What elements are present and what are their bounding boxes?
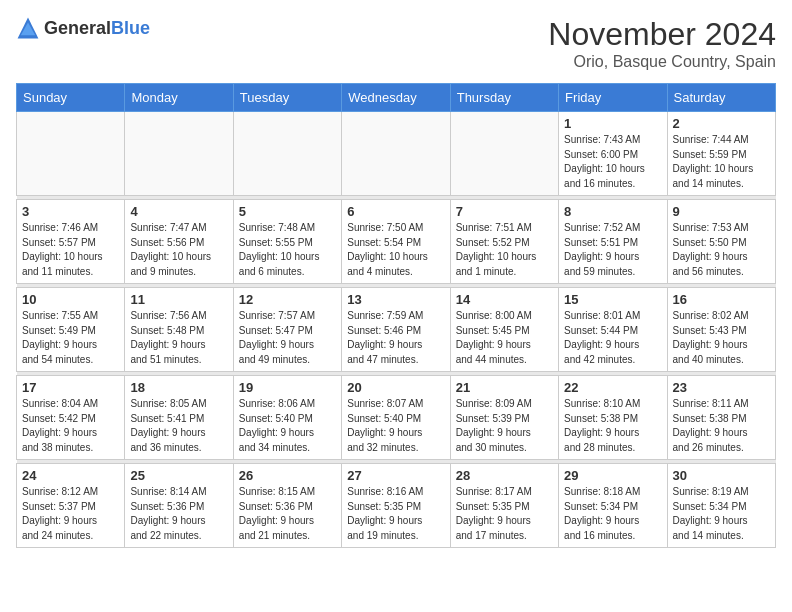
day-number: 25 xyxy=(130,468,227,483)
day-info: Sunrise: 8:11 AM Sunset: 5:38 PM Dayligh… xyxy=(673,397,770,455)
day-info: Sunrise: 7:57 AM Sunset: 5:47 PM Dayligh… xyxy=(239,309,336,367)
calendar-day-cell: 4Sunrise: 7:47 AM Sunset: 5:56 PM Daylig… xyxy=(125,200,233,284)
calendar-day-cell: 30Sunrise: 8:19 AM Sunset: 5:34 PM Dayli… xyxy=(667,464,775,548)
day-info: Sunrise: 7:59 AM Sunset: 5:46 PM Dayligh… xyxy=(347,309,444,367)
day-info: Sunrise: 7:51 AM Sunset: 5:52 PM Dayligh… xyxy=(456,221,553,279)
day-info: Sunrise: 7:43 AM Sunset: 6:00 PM Dayligh… xyxy=(564,133,661,191)
day-number: 26 xyxy=(239,468,336,483)
calendar-header-thursday: Thursday xyxy=(450,84,558,112)
calendar-header-tuesday: Tuesday xyxy=(233,84,341,112)
calendar-day-cell xyxy=(17,112,125,196)
day-info: Sunrise: 7:53 AM Sunset: 5:50 PM Dayligh… xyxy=(673,221,770,279)
day-info: Sunrise: 7:50 AM Sunset: 5:54 PM Dayligh… xyxy=(347,221,444,279)
day-number: 1 xyxy=(564,116,661,131)
day-info: Sunrise: 8:05 AM Sunset: 5:41 PM Dayligh… xyxy=(130,397,227,455)
calendar-day-cell: 22Sunrise: 8:10 AM Sunset: 5:38 PM Dayli… xyxy=(559,376,667,460)
calendar-day-cell: 14Sunrise: 8:00 AM Sunset: 5:45 PM Dayli… xyxy=(450,288,558,372)
calendar-header-monday: Monday xyxy=(125,84,233,112)
calendar-table: SundayMondayTuesdayWednesdayThursdayFrid… xyxy=(16,83,776,548)
calendar-day-cell: 25Sunrise: 8:14 AM Sunset: 5:36 PM Dayli… xyxy=(125,464,233,548)
day-number: 6 xyxy=(347,204,444,219)
calendar-day-cell xyxy=(233,112,341,196)
calendar-day-cell: 13Sunrise: 7:59 AM Sunset: 5:46 PM Dayli… xyxy=(342,288,450,372)
calendar-day-cell: 15Sunrise: 8:01 AM Sunset: 5:44 PM Dayli… xyxy=(559,288,667,372)
calendar-day-cell: 10Sunrise: 7:55 AM Sunset: 5:49 PM Dayli… xyxy=(17,288,125,372)
calendar-week-row: 1Sunrise: 7:43 AM Sunset: 6:00 PM Daylig… xyxy=(17,112,776,196)
day-number: 28 xyxy=(456,468,553,483)
calendar-day-cell: 7Sunrise: 7:51 AM Sunset: 5:52 PM Daylig… xyxy=(450,200,558,284)
day-number: 20 xyxy=(347,380,444,395)
header: GeneralBlue November 2024 Orio, Basque C… xyxy=(16,16,776,71)
day-number: 16 xyxy=(673,292,770,307)
day-number: 8 xyxy=(564,204,661,219)
day-info: Sunrise: 8:17 AM Sunset: 5:35 PM Dayligh… xyxy=(456,485,553,543)
calendar-day-cell: 12Sunrise: 7:57 AM Sunset: 5:47 PM Dayli… xyxy=(233,288,341,372)
day-info: Sunrise: 8:09 AM Sunset: 5:39 PM Dayligh… xyxy=(456,397,553,455)
logo-general-text: General xyxy=(44,18,111,38)
day-number: 30 xyxy=(673,468,770,483)
day-number: 12 xyxy=(239,292,336,307)
title-area: November 2024 Orio, Basque Country, Spai… xyxy=(548,16,776,71)
day-number: 13 xyxy=(347,292,444,307)
day-number: 2 xyxy=(673,116,770,131)
calendar-header-friday: Friday xyxy=(559,84,667,112)
day-info: Sunrise: 8:02 AM Sunset: 5:43 PM Dayligh… xyxy=(673,309,770,367)
day-number: 29 xyxy=(564,468,661,483)
logo-blue-text: Blue xyxy=(111,18,150,38)
day-info: Sunrise: 8:06 AM Sunset: 5:40 PM Dayligh… xyxy=(239,397,336,455)
day-number: 14 xyxy=(456,292,553,307)
day-number: 3 xyxy=(22,204,119,219)
day-info: Sunrise: 7:46 AM Sunset: 5:57 PM Dayligh… xyxy=(22,221,119,279)
calendar-week-row: 10Sunrise: 7:55 AM Sunset: 5:49 PM Dayli… xyxy=(17,288,776,372)
day-number: 9 xyxy=(673,204,770,219)
day-info: Sunrise: 8:16 AM Sunset: 5:35 PM Dayligh… xyxy=(347,485,444,543)
day-info: Sunrise: 8:18 AM Sunset: 5:34 PM Dayligh… xyxy=(564,485,661,543)
day-number: 21 xyxy=(456,380,553,395)
day-number: 17 xyxy=(22,380,119,395)
calendar-header-row: SundayMondayTuesdayWednesdayThursdayFrid… xyxy=(17,84,776,112)
day-number: 10 xyxy=(22,292,119,307)
day-number: 15 xyxy=(564,292,661,307)
day-info: Sunrise: 8:15 AM Sunset: 5:36 PM Dayligh… xyxy=(239,485,336,543)
calendar-week-row: 17Sunrise: 8:04 AM Sunset: 5:42 PM Dayli… xyxy=(17,376,776,460)
calendar-day-cell: 19Sunrise: 8:06 AM Sunset: 5:40 PM Dayli… xyxy=(233,376,341,460)
calendar-day-cell: 21Sunrise: 8:09 AM Sunset: 5:39 PM Dayli… xyxy=(450,376,558,460)
day-number: 11 xyxy=(130,292,227,307)
day-number: 22 xyxy=(564,380,661,395)
day-number: 18 xyxy=(130,380,227,395)
calendar-day-cell: 1Sunrise: 7:43 AM Sunset: 6:00 PM Daylig… xyxy=(559,112,667,196)
calendar-day-cell: 24Sunrise: 8:12 AM Sunset: 5:37 PM Dayli… xyxy=(17,464,125,548)
calendar-day-cell: 26Sunrise: 8:15 AM Sunset: 5:36 PM Dayli… xyxy=(233,464,341,548)
calendar-day-cell: 27Sunrise: 8:16 AM Sunset: 5:35 PM Dayli… xyxy=(342,464,450,548)
calendar-day-cell xyxy=(125,112,233,196)
calendar-header-saturday: Saturday xyxy=(667,84,775,112)
calendar-day-cell: 6Sunrise: 7:50 AM Sunset: 5:54 PM Daylig… xyxy=(342,200,450,284)
logo: GeneralBlue xyxy=(16,16,150,40)
calendar-day-cell: 20Sunrise: 8:07 AM Sunset: 5:40 PM Dayli… xyxy=(342,376,450,460)
calendar-day-cell: 5Sunrise: 7:48 AM Sunset: 5:55 PM Daylig… xyxy=(233,200,341,284)
calendar-day-cell: 23Sunrise: 8:11 AM Sunset: 5:38 PM Dayli… xyxy=(667,376,775,460)
day-number: 24 xyxy=(22,468,119,483)
calendar-day-cell: 11Sunrise: 7:56 AM Sunset: 5:48 PM Dayli… xyxy=(125,288,233,372)
day-info: Sunrise: 7:44 AM Sunset: 5:59 PM Dayligh… xyxy=(673,133,770,191)
day-info: Sunrise: 7:56 AM Sunset: 5:48 PM Dayligh… xyxy=(130,309,227,367)
day-number: 7 xyxy=(456,204,553,219)
day-info: Sunrise: 8:12 AM Sunset: 5:37 PM Dayligh… xyxy=(22,485,119,543)
day-info: Sunrise: 7:47 AM Sunset: 5:56 PM Dayligh… xyxy=(130,221,227,279)
calendar-day-cell: 29Sunrise: 8:18 AM Sunset: 5:34 PM Dayli… xyxy=(559,464,667,548)
day-number: 23 xyxy=(673,380,770,395)
calendar-header-sunday: Sunday xyxy=(17,84,125,112)
calendar-week-row: 24Sunrise: 8:12 AM Sunset: 5:37 PM Dayli… xyxy=(17,464,776,548)
day-number: 5 xyxy=(239,204,336,219)
day-info: Sunrise: 7:48 AM Sunset: 5:55 PM Dayligh… xyxy=(239,221,336,279)
logo-icon xyxy=(16,16,40,40)
calendar-day-cell: 16Sunrise: 8:02 AM Sunset: 5:43 PM Dayli… xyxy=(667,288,775,372)
calendar-day-cell: 3Sunrise: 7:46 AM Sunset: 5:57 PM Daylig… xyxy=(17,200,125,284)
day-info: Sunrise: 8:00 AM Sunset: 5:45 PM Dayligh… xyxy=(456,309,553,367)
day-info: Sunrise: 8:07 AM Sunset: 5:40 PM Dayligh… xyxy=(347,397,444,455)
calendar-day-cell: 2Sunrise: 7:44 AM Sunset: 5:59 PM Daylig… xyxy=(667,112,775,196)
calendar-header-wednesday: Wednesday xyxy=(342,84,450,112)
day-info: Sunrise: 8:10 AM Sunset: 5:38 PM Dayligh… xyxy=(564,397,661,455)
day-info: Sunrise: 8:04 AM Sunset: 5:42 PM Dayligh… xyxy=(22,397,119,455)
calendar-day-cell: 17Sunrise: 8:04 AM Sunset: 5:42 PM Dayli… xyxy=(17,376,125,460)
